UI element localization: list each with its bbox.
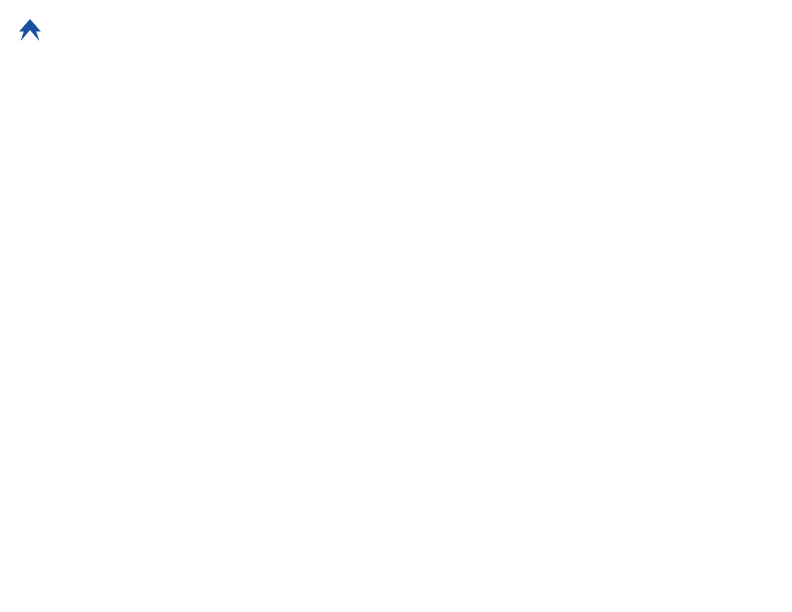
logo-icon xyxy=(16,16,44,44)
header xyxy=(16,16,776,44)
logo xyxy=(16,16,48,44)
